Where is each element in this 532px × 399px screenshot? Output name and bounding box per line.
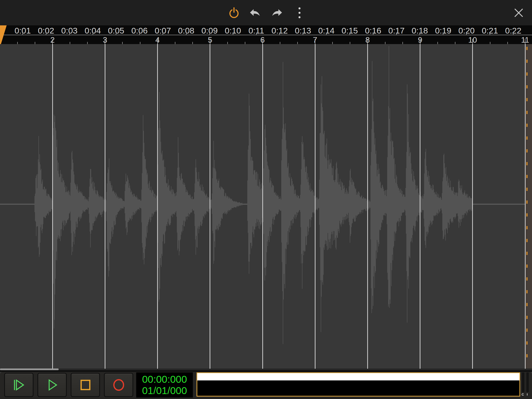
time-tick — [396, 33, 397, 35]
timeline-ruler-seconds[interactable]: 0:010:020:030:040:050:060:070:080:090:10… — [0, 25, 532, 35]
bar-label: 3 — [90, 35, 120, 45]
bar-gridline — [157, 44, 158, 369]
edge-tick — [526, 290, 528, 293]
timeline-ruler-bars[interactable]: 234567891011 — [0, 35, 532, 44]
time-display-bars: 01/01/000 — [142, 385, 187, 396]
edge-tick — [526, 175, 528, 178]
power-icon — [228, 6, 240, 19]
edge-tick — [526, 124, 528, 127]
time-tick — [256, 33, 257, 35]
beat-tick — [490, 42, 490, 44]
close-icon — [513, 7, 524, 18]
beat-tick — [35, 42, 35, 44]
edge-tick — [526, 239, 528, 242]
edge-tick — [526, 47, 528, 50]
play-button[interactable] — [37, 373, 67, 397]
beat-tick — [280, 42, 280, 44]
bar-gridline — [367, 44, 368, 369]
edge-tick — [526, 98, 528, 101]
horizontal-scrollbar-thumb[interactable] — [0, 368, 59, 370]
play-icon — [46, 378, 58, 392]
beat-tick — [437, 42, 438, 44]
transport-separator — [0, 370, 532, 372]
bar-label: 6 — [248, 35, 277, 45]
time-tick — [303, 33, 303, 35]
edge-tick — [526, 354, 528, 357]
beat-tick — [297, 42, 298, 44]
time-display[interactable]: 00:00:000 01/01/000 — [136, 372, 193, 398]
time-tick — [373, 33, 373, 35]
beat-tick — [192, 42, 193, 44]
bar-label: 5 — [195, 35, 225, 45]
edge-tick — [526, 200, 528, 204]
time-tick — [326, 33, 327, 35]
time-tick — [349, 33, 350, 35]
waveform-area — [0, 44, 532, 370]
overview-progress-bar[interactable] — [197, 372, 520, 397]
redo-icon — [271, 8, 283, 17]
beat-tick — [17, 42, 18, 44]
edge-tick — [526, 303, 528, 306]
edge-tick — [526, 316, 528, 319]
beat-tick — [507, 42, 508, 44]
bar-label: 9 — [405, 35, 435, 45]
edge-tick — [526, 85, 528, 88]
edge-tick — [526, 111, 528, 114]
bar-gridline — [525, 44, 526, 369]
edge-tick — [526, 329, 528, 332]
beat-tick — [227, 42, 228, 44]
overview-progress-fill — [197, 373, 519, 381]
play-from-start-button[interactable] — [4, 373, 33, 397]
edge-tick — [526, 213, 528, 216]
bar-gridline — [315, 44, 316, 369]
edge-tick — [526, 188, 528, 191]
time-tick — [93, 33, 93, 35]
time-tick — [466, 33, 467, 35]
drag-grip-slot[interactable] — [522, 372, 524, 392]
beat-tick — [245, 42, 245, 44]
edge-tick — [526, 277, 528, 281]
skip-play-icon — [13, 378, 25, 392]
beat-tick — [385, 42, 385, 44]
beat-tick — [175, 42, 175, 44]
undo-button[interactable] — [248, 0, 262, 25]
time-tick — [513, 33, 514, 35]
beat-tick — [140, 42, 140, 44]
bar-gridline — [420, 44, 420, 369]
power-button[interactable] — [227, 0, 241, 25]
undo-icon — [249, 8, 261, 17]
close-button[interactable] — [512, 0, 526, 25]
drag-grip-slot[interactable] — [526, 372, 529, 392]
edge-tick — [526, 72, 528, 76]
waveform-canvas[interactable] — [0, 44, 526, 370]
beat-tick — [70, 42, 70, 44]
edge-tick — [526, 252, 528, 255]
edge-tick — [526, 136, 528, 140]
time-tick — [69, 33, 70, 35]
header-bar — [0, 0, 532, 25]
kebab-menu-icon — [298, 6, 301, 19]
bar-label: 8 — [353, 35, 382, 45]
bar-label: 7 — [300, 35, 330, 45]
bar-gridline — [210, 44, 210, 369]
beat-tick — [350, 42, 350, 44]
bar-gridline — [472, 44, 473, 369]
beat-tick — [455, 42, 455, 44]
bar-label: 2 — [38, 35, 67, 45]
time-tick — [443, 33, 443, 35]
record-button[interactable] — [104, 373, 133, 397]
edge-tick — [526, 162, 528, 165]
horizontal-scrollbar-track[interactable] — [0, 368, 532, 370]
time-tick — [22, 33, 23, 35]
time-tick — [209, 33, 210, 35]
bar-label: 4 — [143, 35, 172, 45]
grip-label: C I — [520, 393, 530, 396]
overflow-menu-button[interactable] — [293, 0, 306, 25]
right-edge-strip[interactable] — [525, 44, 532, 368]
bar-gridline — [262, 44, 263, 369]
stop-button[interactable] — [71, 373, 100, 397]
redo-button[interactable] — [270, 0, 284, 25]
bar-label: 10 — [458, 35, 487, 45]
beat-tick — [402, 42, 403, 44]
bar-gridline — [105, 44, 105, 369]
